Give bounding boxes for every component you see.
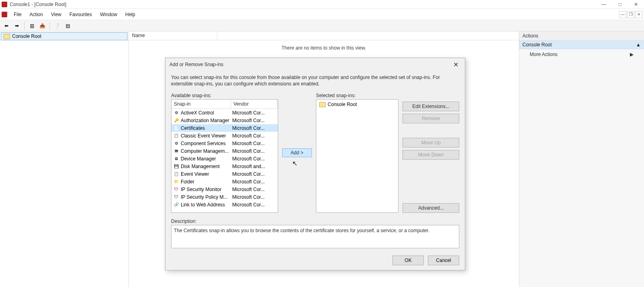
menu-favourites[interactable]: Favourites: [66, 10, 96, 19]
snapin-name: Classic Event Viewer: [181, 133, 232, 139]
snapin-vendor: Microsoft Cor...: [232, 156, 278, 162]
snapin-row[interactable]: 📁FolderMicrosoft Cor...: [171, 178, 278, 185]
actions-header: Actions: [519, 31, 644, 41]
snapin-row[interactable]: 💾Disk ManagementMicrosoft and...: [171, 162, 278, 170]
snapin-row[interactable]: ⚙ActiveX ControlMicrosoft Cor...: [171, 109, 278, 116]
export-button[interactable]: 📤: [37, 21, 47, 31]
actions-pane: Actions Console Root ▲ More Actions ▶: [519, 31, 644, 287]
menu-file[interactable]: File: [10, 10, 25, 19]
snapin-name: Disk Management: [181, 164, 232, 169]
snapin-icon: 🔗: [173, 202, 180, 208]
column-vendor[interactable]: Vendor: [231, 100, 278, 108]
remove-button[interactable]: Remove: [402, 114, 459, 123]
maximize-button[interactable]: □: [612, 0, 628, 9]
snapin-icon: 🔑: [173, 117, 180, 124]
mdi-close-button[interactable]: ✕: [635, 11, 642, 18]
help-button[interactable]: ❔: [52, 21, 62, 31]
add-remove-snapins-dialog: Add or Remove Snap-ins ✕ You can select …: [165, 58, 465, 270]
snapin-row[interactable]: 💻Computer Managem...Microsoft Cor...: [171, 147, 278, 155]
snapin-vendor: Microsoft Cor...: [232, 125, 278, 131]
snapin-icon: 📄: [173, 125, 180, 131]
snapin-icon: 🖥: [173, 156, 180, 162]
empty-message: There are no items to show in this view.: [129, 45, 519, 51]
snapin-row[interactable]: ⚙Component ServicesMicrosoft Cor...: [171, 139, 278, 147]
edit-extensions-button[interactable]: Edit Extensions...: [402, 102, 459, 111]
folder-icon: [4, 34, 10, 39]
close-button[interactable]: ✕: [628, 0, 644, 9]
edit-extensions-label: Edit Extensions...: [412, 104, 450, 109]
snapin-name: Authorization Manager: [181, 118, 232, 123]
title-bar: Console1 - [Console Root] — □ ✕: [0, 0, 644, 9]
snapin-vendor: Microsoft Cor...: [232, 118, 278, 123]
snapin-row[interactable]: 🖥Device ManagerMicrosoft Cor...: [171, 155, 278, 162]
move-down-button[interactable]: Move Down: [402, 150, 459, 160]
tree-item-console-root[interactable]: Console Root: [1, 32, 128, 40]
tree-pane: Console Root: [0, 31, 129, 287]
mdi-minimize-button[interactable]: —: [619, 11, 626, 18]
snapin-name: Link to Web Address: [181, 202, 232, 208]
selected-snapins-list[interactable]: Console Root: [316, 99, 398, 213]
snapin-vendor: Microsoft Cor...: [232, 187, 278, 192]
app-icon: [2, 2, 7, 7]
column-snapin[interactable]: Snap-in: [171, 100, 231, 108]
description-box: The Certificates snap-in allows you to b…: [171, 225, 459, 248]
snapin-name: IP Security Policy M...: [181, 194, 232, 200]
selected-item-console-root[interactable]: Console Root: [318, 101, 397, 108]
dialog-close-button[interactable]: ✕: [451, 60, 461, 69]
separator: [24, 22, 25, 30]
snapin-row[interactable]: 🔑Authorization ManagerMicrosoft Cor...: [171, 116, 278, 124]
snapin-row[interactable]: 📄CertificatesMicrosoft Cor...: [171, 124, 278, 132]
app-icon-small: [2, 12, 7, 17]
menu-view[interactable]: View: [47, 10, 66, 19]
menu-bar: File Action View Favourites Window Help …: [0, 9, 644, 20]
column-name[interactable]: Name: [129, 31, 217, 40]
menu-window[interactable]: Window: [96, 10, 122, 19]
snapin-vendor: Microsoft Cor...: [232, 171, 278, 177]
snapin-icon: 💾: [173, 163, 180, 170]
add-button-label: Add >: [291, 150, 303, 156]
advanced-button[interactable]: Advanced...: [402, 203, 459, 213]
dialog-intro-text: You can select snap-ins for this console…: [171, 74, 459, 87]
snapin-icon: 📋: [173, 133, 180, 139]
show-hide-tree-button[interactable]: ▥: [27, 21, 37, 31]
snapin-vendor: Microsoft Cor...: [232, 133, 278, 139]
snapin-row[interactable]: 📋Classic Event ViewerMicrosoft Cor...: [171, 132, 278, 139]
snapin-vendor: Microsoft and...: [232, 164, 278, 169]
move-up-button[interactable]: Move Up: [402, 138, 459, 148]
snapin-vendor: Microsoft Cor...: [232, 141, 278, 146]
window-title: Console1 - [Console Root]: [10, 2, 66, 7]
cancel-button[interactable]: Cancel: [428, 256, 459, 265]
forward-button[interactable]: ➡: [12, 21, 22, 31]
snapin-vendor: Microsoft Cor...: [232, 202, 278, 208]
more-actions-item[interactable]: More Actions ▶: [519, 49, 644, 60]
snapin-row[interactable]: 🛡IP Security Policy M...Microsoft Cor...: [171, 193, 278, 201]
snapin-row[interactable]: 📋Event ViewerMicrosoft Cor...: [171, 170, 278, 178]
menu-action[interactable]: Action: [25, 10, 47, 19]
more-actions-label: More Actions: [530, 52, 557, 57]
snapin-name: ActiveX Control: [181, 110, 232, 116]
snapin-row[interactable]: 🔗Link to Web AddressMicrosoft Cor...: [171, 201, 278, 208]
ok-label: OK: [405, 258, 411, 263]
toolbar: ⬅ ➡ ▥ 📤 ❔ ▤: [0, 20, 644, 31]
snapin-name: Event Viewer: [181, 171, 232, 177]
snapin-name: Device Manager: [181, 156, 232, 162]
tree-item-label: Console Root: [12, 33, 41, 39]
mdi-restore-button[interactable]: ❐: [627, 11, 634, 18]
ok-button[interactable]: OK: [392, 256, 424, 265]
remove-label: Remove: [422, 116, 440, 121]
show-hide-action-pane-button[interactable]: ▤: [63, 21, 72, 31]
minimize-button[interactable]: —: [596, 0, 612, 9]
selected-item-label: Console Root: [328, 102, 357, 107]
advanced-label: Advanced...: [418, 205, 444, 211]
actions-context-label: Console Root: [522, 42, 552, 48]
move-up-label: Move Up: [421, 140, 441, 146]
menu-help[interactable]: Help: [121, 10, 139, 19]
snapin-icon: 📁: [173, 179, 180, 185]
snapin-row[interactable]: 🛡IP Security MonitorMicrosoft Cor...: [171, 185, 278, 193]
back-button[interactable]: ⬅: [2, 21, 11, 31]
add-button[interactable]: Add >: [282, 148, 312, 157]
available-label: Available snap-ins:: [171, 93, 278, 98]
actions-context[interactable]: Console Root ▲: [519, 41, 644, 49]
available-snapins-list[interactable]: Snap-in Vendor ⚙ActiveX ControlMicrosoft…: [171, 99, 278, 213]
snapin-name: Computer Managem...: [181, 148, 232, 154]
